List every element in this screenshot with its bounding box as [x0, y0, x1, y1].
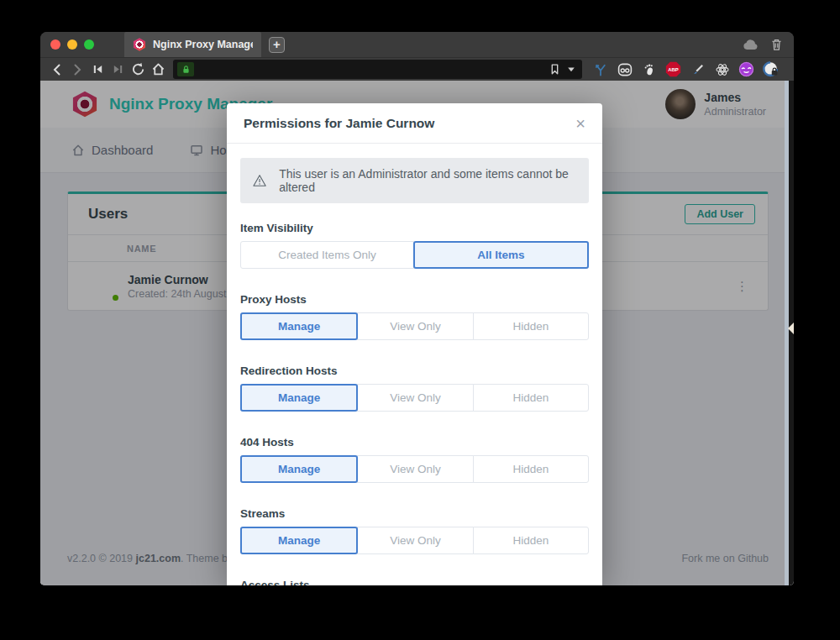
goggles-extension-icon[interactable] [617, 61, 633, 77]
svg-text:ABP: ABP [668, 67, 679, 72]
option-manage[interactable]: Manage [240, 384, 358, 412]
option-all-items[interactable]: All Items [413, 241, 589, 269]
purple-mask-extension-icon[interactable] [738, 61, 754, 77]
back-button-icon[interactable] [47, 60, 67, 80]
window-zoom-button[interactable] [84, 39, 94, 50]
section-label: Redirection Hosts [240, 365, 589, 377]
section-label: Item Visibility [240, 222, 589, 234]
redirection-hosts-options: Manage View Only Hidden [240, 384, 589, 412]
option-view-only[interactable]: View Only [357, 384, 473, 412]
npm-favicon-icon [133, 38, 146, 51]
reload-button-icon[interactable] [128, 60, 148, 80]
option-hidden[interactable]: Hidden [473, 312, 589, 340]
sync-cloud-icon[interactable] [743, 39, 759, 50]
modal-close-icon[interactable]: × [575, 117, 585, 130]
streams-options: Manage View Only Hidden [240, 527, 589, 554]
option-created-items-only[interactable]: Created Items Only [240, 241, 414, 269]
screenshot-stage: Nginx Proxy Manager + [0, 0, 840, 640]
window-controls [50, 39, 94, 50]
atom-gear-extension-icon[interactable] [714, 61, 730, 77]
option-hidden[interactable]: Hidden [473, 455, 589, 483]
option-manage[interactable]: Manage [240, 527, 358, 554]
browser-window: Nginx Proxy Manager + [40, 32, 794, 585]
modal-title: Permissions for Jamie Curnow [244, 116, 575, 131]
item-visibility-section: Item Visibility Created Items Only All I… [240, 222, 589, 269]
proxy-hosts-options: Manage View Only Hidden [240, 312, 589, 340]
browser-tab[interactable]: Nginx Proxy Manager [124, 32, 261, 57]
address-bar[interactable] [173, 60, 582, 79]
option-manage[interactable]: Manage [240, 455, 358, 483]
section-label: 404 Hosts [240, 436, 589, 449]
section-label: Access Lists [240, 579, 589, 585]
window-right-edge [789, 81, 794, 585]
https-lock-icon[interactable] [177, 62, 194, 76]
proxy-hosts-section: Proxy Hosts Manage View Only Hidden [240, 293, 589, 340]
pen-extension-icon[interactable] [690, 61, 706, 77]
redirection-hosts-section: Redirection Hosts Manage View Only Hidde… [240, 365, 589, 412]
section-label: Proxy Hosts [240, 293, 589, 306]
404-hosts-options: Manage View Only Hidden [240, 455, 589, 483]
tab-title: Nginx Proxy Manager [153, 39, 253, 50]
bookmark-icon[interactable] [544, 60, 564, 80]
access-lists-section: Access Lists Manage View Only Hidden [240, 579, 589, 585]
option-view-only[interactable]: View Only [357, 312, 473, 340]
new-tab-button[interactable]: + [269, 37, 285, 53]
section-label: Streams [240, 507, 589, 520]
streams-section: Streams Manage View Only Hidden [240, 507, 589, 554]
option-manage[interactable]: Manage [240, 312, 358, 340]
window-minimize-button[interactable] [67, 39, 77, 50]
404-hosts-section: 404 Hosts Manage View Only Hidden [240, 436, 589, 483]
privacy-lock-extension-icon[interactable] [763, 61, 779, 77]
alert-text: This user is an Administrator and some i… [279, 167, 577, 194]
forward-button-icon[interactable] [67, 60, 87, 80]
browser-tab-bar: Nginx Proxy Manager + [40, 32, 794, 57]
fast-forward-button-icon[interactable] [108, 60, 128, 80]
option-hidden[interactable]: Hidden [473, 384, 589, 412]
option-view-only[interactable]: View Only [357, 455, 473, 483]
rewind-button-icon[interactable] [87, 60, 108, 80]
window-close-button[interactable] [50, 39, 60, 50]
browser-toolbar: ABP [40, 57, 794, 81]
option-hidden[interactable]: Hidden [473, 527, 589, 554]
bookmark-dropdown-caret-icon[interactable] [564, 60, 578, 80]
option-view-only[interactable]: View Only [357, 527, 473, 554]
home-button-icon[interactable] [148, 60, 168, 80]
visibility-options: Created Items Only All Items [240, 241, 589, 269]
adblock-plus-extension-icon[interactable]: ABP [665, 61, 681, 77]
warning-triangle-icon [252, 172, 267, 189]
panel-toggle-arrow-icon[interactable] [788, 323, 794, 334]
proxy-switch-extension-icon[interactable] [592, 61, 608, 77]
permissions-modal: Permissions for Jamie Curnow × This user… [227, 103, 602, 585]
admin-warning-alert: This user is an Administrator and some i… [240, 158, 589, 203]
gnome-foot-extension-icon[interactable] [641, 61, 657, 77]
trash-icon[interactable] [770, 38, 783, 51]
viewport: Nginx Proxy Manager James Administrator … [40, 81, 794, 585]
